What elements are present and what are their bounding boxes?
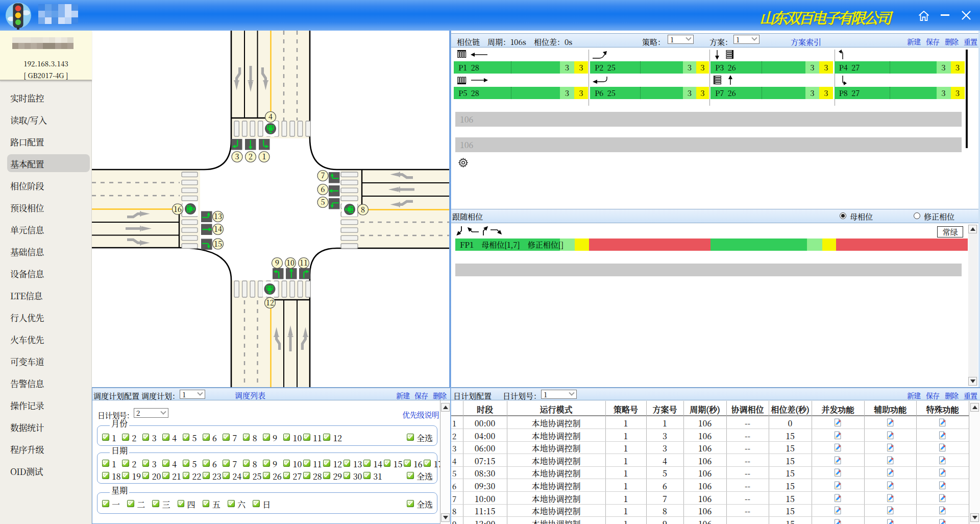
svg-text:10: 10 <box>286 257 295 268</box>
svg-text:3: 3 <box>235 151 239 161</box>
svg-text:9: 9 <box>275 257 279 268</box>
svg-text:13: 13 <box>214 210 222 221</box>
svg-text:6: 6 <box>321 183 325 194</box>
svg-text:14: 14 <box>214 223 222 234</box>
svg-text:4: 4 <box>268 111 273 122</box>
svg-text:8: 8 <box>361 204 365 215</box>
svg-text:15: 15 <box>214 238 222 249</box>
svg-text:2: 2 <box>249 151 253 161</box>
svg-text:1: 1 <box>262 151 266 161</box>
svg-text:7: 7 <box>321 170 325 180</box>
svg-text:16: 16 <box>174 203 182 214</box>
svg-text:11: 11 <box>300 257 308 268</box>
svg-text:5: 5 <box>321 196 325 207</box>
svg-text:12: 12 <box>266 297 274 307</box>
